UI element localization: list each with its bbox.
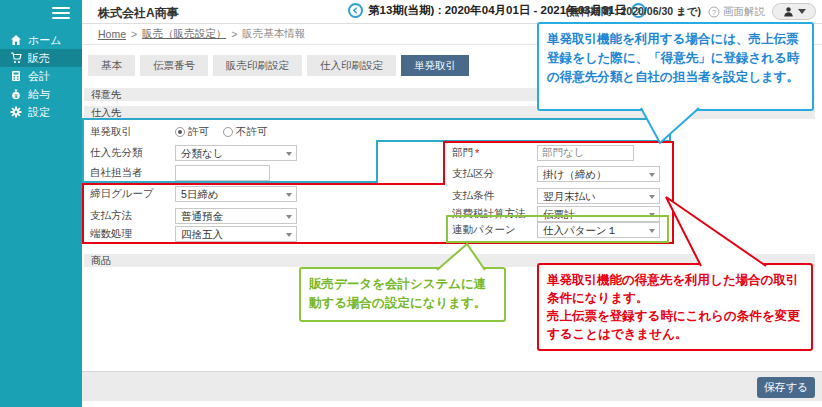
one-time-transaction-radio-group: 許可 不許可 [175, 124, 268, 140]
chevron-down-icon [798, 9, 806, 14]
payment-class-select[interactable]: 掛け（締め） [537, 166, 660, 182]
footer-bar: 保存する [82, 371, 822, 401]
own-staff-input[interactable] [175, 165, 270, 181]
select-value: 分類なし [181, 147, 224, 159]
chevron-left-icon [352, 7, 359, 14]
select-value: 四捨五入 [181, 228, 223, 240]
field-label: 単発取引 [90, 125, 132, 139]
payment-method-select[interactable]: 普通預金 [175, 208, 297, 224]
chevron-down-icon [649, 173, 655, 177]
field-label-own-staff: 自社担当者 [90, 166, 143, 180]
select-value: 翌月末払い [543, 190, 596, 202]
closing-group-select[interactable]: 5日締め [175, 186, 297, 202]
sidebar-item-label: 会計 [28, 67, 50, 85]
select-value: 5日締め [181, 188, 219, 200]
rounding-select[interactable]: 四捨五入 [175, 226, 297, 242]
screen-help-label: 画面解説 [723, 5, 765, 19]
payroll-icon: ¥ [10, 88, 22, 100]
sidebar-item-accounting[interactable]: 会計 [0, 67, 82, 85]
field-label-supplier-category: 仕入先分類 [90, 146, 143, 160]
sidebar: ホーム 販売 会計 ¥ 給与 設定 [0, 0, 82, 407]
supplier-category-select[interactable]: 分類なし [175, 145, 297, 161]
tab-one-time-transaction[interactable]: 単発取引 [401, 55, 469, 76]
callout-red-line: 売上伝票を登録する時にこれらの条件を変更することはできません。 [547, 307, 803, 343]
select-value: 仕入パターン１ [543, 224, 617, 236]
screen-help-link[interactable]: ? 画面解説 [708, 5, 765, 19]
field-label-closing-group: 締日グループ [90, 187, 154, 201]
chevron-down-icon [649, 213, 655, 217]
field-label-payment-method: 支払方法 [90, 209, 132, 223]
chevron-down-icon [649, 229, 655, 233]
user-menu[interactable] [772, 3, 816, 20]
breadcrumb-separator: > [131, 28, 137, 40]
previous-period-button[interactable] [348, 3, 363, 18]
home-icon [10, 34, 22, 46]
field-label-department: 部門 [452, 146, 473, 160]
required-asterisk: * [475, 147, 479, 159]
chevron-down-icon [286, 193, 292, 197]
tax-calc-select[interactable]: 伝票計 [537, 206, 660, 222]
callout-green-note: 販売データを会計システムに連動する場合の設定になります。 [299, 267, 506, 322]
top-header: 株式会社A商事 第13期(当期) : 2020年04月01日 - 2021年03… [82, 0, 822, 24]
chevron-down-icon [286, 152, 292, 156]
sidebar-item-sales[interactable]: 販売 [0, 49, 82, 67]
callout-red-line: 単発取引機能の得意先を利用した場合の取引条件になります。 [547, 271, 803, 307]
sidebar-item-settings[interactable]: 設定 [0, 103, 82, 121]
breadcrumb-separator: > [231, 28, 237, 40]
radio-allow[interactable]: 許可 [175, 125, 209, 139]
field-label-rounding: 端数処理 [90, 227, 132, 241]
select-value: 普通預金 [181, 210, 223, 222]
radio-label: 不許可 [236, 125, 268, 139]
trial-period-label: (無料期間 : 2020/06/30 まで) [566, 5, 701, 19]
field-one-time-transaction: 単発取引 [90, 124, 132, 140]
sidebar-item-payroll[interactable]: ¥ 給与 [0, 85, 82, 103]
sidebar-item-label: ホーム [28, 31, 62, 49]
company-name: 株式会社A商事 [98, 5, 179, 22]
sidebar-item-home[interactable]: ホーム [0, 31, 82, 49]
link-pattern-select[interactable]: 仕入パターン１ [537, 222, 660, 238]
hamburger-menu-icon[interactable] [52, 7, 70, 19]
tab-slip-number[interactable]: 伝票番号 [140, 55, 208, 76]
tab-basic[interactable]: 基本 [88, 55, 135, 76]
user-icon [783, 6, 794, 17]
save-button[interactable]: 保存する [757, 377, 815, 398]
chevron-down-icon [286, 233, 292, 237]
field-label-payment-terms: 支払条件 [452, 189, 494, 203]
callout-blue-note: 単発取引機能を利用する場合には、売上伝票登録をした際に、「得意先」に登録される時… [537, 22, 814, 111]
breadcrumb-current-page: 販売基本情報 [242, 27, 305, 41]
radio-button-icon [223, 127, 233, 137]
calculator-icon [10, 70, 22, 82]
field-label-tax-calc: 消費税計算方法 [452, 207, 526, 221]
svg-text:?: ? [712, 7, 716, 16]
field-label-link-pattern: 連動パターン [452, 223, 516, 237]
settings-tabs: 基本 伝票番号 販売印刷設定 仕入印刷設定 単発取引 [88, 55, 469, 76]
gear-icon [10, 106, 22, 118]
app-window: ホーム 販売 会計 ¥ 給与 設定 株式会社A商事 [0, 0, 822, 407]
tab-sales-print-settings[interactable]: 販売印刷設定 [213, 55, 302, 76]
breadcrumb-home-link[interactable]: Home [98, 28, 126, 40]
sidebar-item-label: 販売 [28, 49, 50, 67]
field-label-payment-class: 支払区分 [452, 167, 494, 181]
callout-red-note: 単発取引機能の得意先を利用した場合の取引条件になります。 売上伝票を登録する時に… [537, 263, 813, 351]
radio-label: 許可 [188, 125, 209, 139]
select-value: 掛け（締め） [543, 168, 607, 180]
sidebar-item-label: 設定 [28, 103, 50, 121]
select-value: 伝票計 [543, 208, 575, 220]
department-input[interactable] [537, 145, 634, 161]
breadcrumb-sales-settings-link[interactable]: 販売（販売設定） [142, 27, 226, 41]
radio-button-icon [175, 127, 185, 137]
cart-icon [10, 52, 22, 64]
question-circle-icon: ? [708, 6, 720, 18]
radio-deny[interactable]: 不許可 [223, 125, 268, 139]
chevron-down-icon [286, 215, 292, 219]
tab-purchase-print-settings[interactable]: 仕入印刷設定 [307, 55, 396, 76]
chevron-down-icon [649, 195, 655, 199]
payment-terms-select[interactable]: 翌月末払い [537, 188, 660, 204]
sidebar-item-label: 給与 [28, 85, 50, 103]
